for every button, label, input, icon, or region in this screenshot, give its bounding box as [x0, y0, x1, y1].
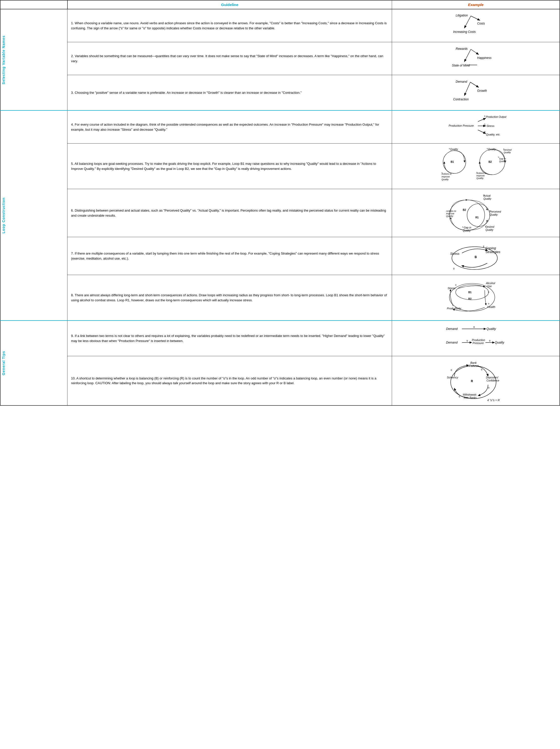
svg-text:Actions to: Actions to [446, 210, 456, 212]
example-8: Stress Alcohol Use B1 R2 Health Producti… [392, 275, 560, 321]
header-empty [0, 0, 67, 9]
diagram-bank-failures: Bank Failures Depositors' Confidence Wit… [446, 358, 506, 402]
svg-text:Solvency: Solvency [447, 376, 458, 379]
svg-text:Alcohol: Alcohol [486, 282, 495, 285]
main-table: Guideline Example Selecting Variable Nam… [0, 0, 560, 406]
table-row: Selecting Variable Names 1. When choosin… [0, 9, 560, 42]
svg-text:o: o [453, 267, 455, 270]
svg-text:Improve: Improve [442, 175, 450, 178]
svg-text:Demand: Demand [456, 80, 467, 83]
svg-text:B1: B1 [451, 160, 454, 163]
svg-line-6 [471, 49, 478, 55]
svg-text:B: B [475, 255, 477, 259]
svg-text:Quality: Quality [487, 327, 496, 330]
svg-text:Desired: Desired [504, 149, 512, 151]
svg-line-14 [465, 82, 470, 95]
svg-text:Costs: Costs [477, 22, 485, 25]
header-example: Example [392, 0, 560, 9]
svg-text:Stress: Stress [448, 287, 456, 290]
svg-text:Improve: Improve [446, 212, 454, 215]
svg-text:Health: Health [487, 305, 495, 308]
svg-point-66 [467, 204, 490, 227]
svg-text:Demand: Demand [446, 341, 458, 344]
diagram-rewards-happiness: Rewards Happiness State of Mind [451, 44, 501, 72]
example-2: Rewards Happiness State of Mind [392, 42, 560, 75]
svg-text:B2: B2 [463, 209, 466, 211]
svg-text:o: o [473, 326, 475, 328]
svg-text:Strategies: Strategies [486, 250, 500, 254]
svg-text:Stress: Stress [487, 124, 495, 127]
svg-text:o: o [455, 284, 456, 286]
svg-text:Rewards: Rewards [456, 47, 468, 50]
svg-text:Productivity: Productivity [447, 307, 462, 310]
guideline-7: 7. If there are multiple consequences of… [67, 237, 392, 275]
svg-text:Quality: Quality [446, 215, 453, 217]
svg-text:Increasing Costs: Increasing Costs [453, 30, 476, 34]
svg-text:B2: B2 [489, 160, 492, 163]
example-5: Quality s B1 Actions to Improve Quality … [392, 144, 560, 189]
svg-text:o: o [488, 302, 489, 305]
header-guideline: Guideline [67, 0, 392, 9]
table-row: 3. Choosing the "positive" sense of a va… [0, 75, 560, 111]
svg-text:Bank: Bank [470, 361, 477, 364]
svg-text:s: s [462, 226, 463, 228]
svg-text:Actual: Actual [483, 194, 491, 197]
example-9: Demand o Quality Demand s Production Pre… [392, 321, 560, 356]
svg-line-3 [465, 16, 471, 28]
svg-text:o: o [488, 291, 489, 293]
svg-text:Quality: Quality [463, 229, 471, 232]
guideline-1: 1. When choosing a variable name, use no… [67, 9, 392, 42]
example-4: Production Pressure Production Output s … [392, 110, 560, 144]
diagram-perceived-actual: Actual Quality s Perceived Quality s Des… [446, 191, 506, 234]
diagram-stress-alcohol: Stress Alcohol Use B1 R2 Health Producti… [446, 277, 506, 318]
section-label-general-tips: General Tips [0, 321, 67, 405]
svg-point-77 [456, 285, 489, 300]
svg-text:s: s [484, 115, 486, 117]
diagram-production-pressure: Production Pressure Production Output s … [448, 113, 504, 141]
diagram-stress-coping: Stress Coping Strategies B s o [448, 239, 504, 272]
svg-text:Perceived: Perceived [490, 210, 501, 213]
svg-text:Happiness: Happiness [477, 56, 492, 60]
svg-text:o: o [488, 386, 490, 389]
svg-text:o: o [498, 156, 499, 158]
svg-text:o: o [451, 368, 452, 371]
svg-text:Improve: Improve [476, 174, 485, 177]
guideline-9: 9. If a link between two terms is not cl… [67, 321, 392, 356]
svg-text:s: s [485, 225, 486, 228]
table-row: 5. All balancing loops are goal-seeking … [0, 144, 560, 189]
svg-text:s: s [449, 147, 450, 150]
svg-text:B1: B1 [468, 291, 472, 294]
guideline-2: 2. Variables should be something that ca… [67, 42, 392, 75]
svg-text:Withdrawals: Withdrawals [463, 393, 476, 396]
diagram-litigation-costs: Litigation Costs Increasing Costs [451, 12, 501, 39]
table-row: 6. Distinguishing between perceived and … [0, 189, 560, 237]
svg-text:R1: R1 [475, 216, 479, 219]
guideline-6: 6. Distinguishing between perceived and … [67, 189, 392, 237]
svg-text:Litigation: Litigation [456, 14, 468, 17]
guideline-8: 8. There are almost always differing lon… [67, 275, 392, 321]
section-label-selecting: Selecting Variable Names [0, 9, 67, 110]
svg-text:Quality: Quality [499, 160, 507, 163]
svg-text:Quality: Quality [486, 229, 494, 231]
svg-text:Quality: Quality [476, 177, 484, 179]
svg-text:Production: Production [472, 339, 485, 342]
svg-text:Production Pressure: Production Pressure [449, 124, 474, 127]
svg-text:Demand: Demand [446, 327, 458, 330]
table-row: 7. If there are multiple consequences of… [0, 237, 560, 275]
example-7: Stress Coping Strategies B s o [392, 237, 560, 275]
svg-text:s: s [483, 245, 484, 248]
svg-text:Pressure: Pressure [473, 342, 484, 345]
svg-text:Quality: Quality [504, 151, 511, 154]
svg-text:R2: R2 [468, 298, 472, 300]
svg-text:s: s [487, 147, 488, 150]
svg-text:Confidence: Confidence [487, 379, 499, 382]
diagram-demand-growth: Demand Growth Contraction [451, 77, 501, 107]
table-row: 8. There are almost always differing lon… [0, 275, 560, 321]
guideline-3: 3. Choosing the "positive" sense of a va… [67, 75, 392, 111]
guideline-10: 10. A shortcut to determining whether a … [67, 356, 392, 406]
svg-line-8 [465, 49, 471, 61]
svg-text:Contraction: Contraction [453, 98, 469, 101]
svg-text:Quality: Quality [495, 341, 505, 344]
svg-text:s: s [489, 210, 490, 212]
guideline-4: 4. For every course of action included i… [67, 110, 392, 144]
